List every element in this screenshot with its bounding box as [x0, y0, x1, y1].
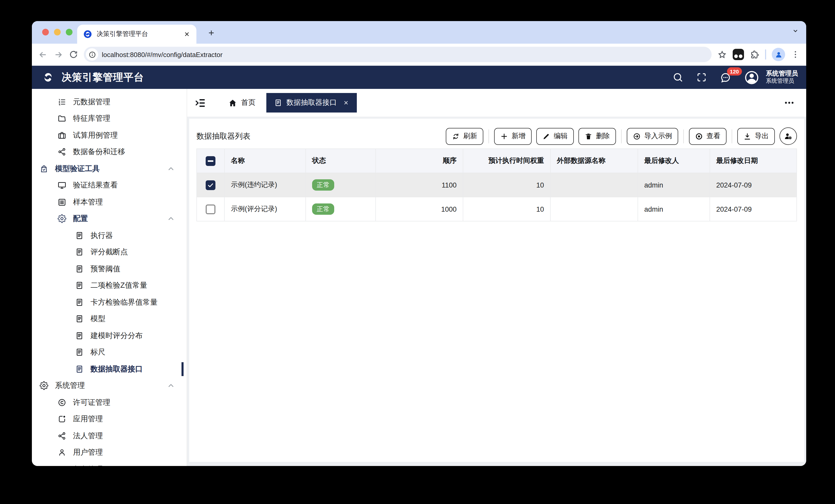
receipt-icon [75, 248, 84, 257]
zoom-window-button[interactable] [66, 29, 73, 36]
button-导入示例[interactable]: 导入示例 [627, 128, 678, 145]
table-row[interactable]: 示例(评分记录)正常100010admin2024-07-09 [197, 197, 797, 221]
tab-close-icon[interactable] [343, 100, 349, 106]
sidebar-item-建模时评分分布[interactable]: 建模时评分分布 [32, 327, 187, 344]
sidebar-item-数据备份和迁移[interactable]: 数据备份和迁移 [32, 144, 187, 160]
copyright-icon [58, 398, 66, 407]
new-tab-button[interactable] [205, 26, 218, 39]
search-icon[interactable] [672, 72, 683, 83]
column-settings-button[interactable] [779, 127, 797, 145]
sidebar-item-评分截断点[interactable]: 评分截断点 [32, 244, 187, 260]
receipt-icon [75, 348, 84, 357]
cell-external_source [550, 173, 638, 197]
select-all-checkbox[interactable] [206, 156, 216, 166]
sidebar-item-预警阈值[interactable]: 预警阈值 [32, 260, 187, 277]
messages-icon[interactable]: 120 [719, 72, 731, 83]
url-text: localhost:8080/#/mv/config/dataExtractor [102, 50, 223, 58]
toolbar-group-divider [732, 129, 732, 143]
toolbar-group-divider [621, 129, 622, 143]
receipt-icon [75, 315, 84, 323]
sidebar-item-法人管理[interactable]: 法人管理 [32, 427, 187, 444]
sidebar-item-模型验证工具[interactable]: 模型验证工具 [32, 160, 187, 177]
sidebar-item-label: 执行器 [90, 231, 113, 240]
sidebar-item-label: 角色管理 [73, 464, 103, 466]
sidebar-item-元数据管理[interactable]: 元数据管理 [32, 93, 187, 110]
browser-toolbar: localhost:8080/#/mv/config/dataExtractor [32, 44, 806, 66]
tab-data-extractor[interactable]: 数据抽取器接口 [266, 93, 357, 112]
sidebar-item-label: 用户管理 [73, 448, 103, 458]
table-row[interactable]: 示例(违约记录)正常110010admin2024-07-09 [197, 173, 797, 197]
toolbar-group-divider [488, 129, 489, 143]
sidebar-item-角色管理[interactable]: 角色管理 [32, 461, 187, 466]
tab-close-icon[interactable] [184, 31, 190, 38]
cell-order: 1100 [375, 173, 463, 197]
user-avatar-icon[interactable] [744, 70, 759, 85]
tab-search-chevron-icon[interactable] [792, 27, 799, 35]
button-导出[interactable]: 导出 [737, 128, 775, 145]
sidebar-item-许可证管理[interactable]: 许可证管理 [32, 394, 187, 411]
receipt-icon [75, 298, 84, 307]
sidebar-item-模型[interactable]: 模型 [32, 311, 187, 327]
sidebar-item-系统管理[interactable]: 系统管理 [32, 377, 187, 394]
receipt-icon [75, 281, 84, 290]
page-content: 数据抽取器列表 刷新新增编辑删除导入示例查看导出 名称状态顺序预计执行时间权重外… [187, 117, 806, 466]
close-window-button[interactable] [42, 29, 49, 36]
forward-icon[interactable] [54, 49, 63, 59]
sidebar-item-label: 评分截断点 [90, 247, 128, 257]
sidebar-item-用户管理[interactable]: 用户管理 [32, 444, 187, 461]
column-header-status: 状态 [306, 149, 375, 173]
reload-icon[interactable] [69, 50, 78, 59]
sidebar-item-label: 卡方检验临界值常量 [90, 297, 158, 307]
extensions-puzzle-icon[interactable] [750, 49, 759, 59]
button-label: 查看 [707, 131, 720, 141]
row-checkbox[interactable] [206, 204, 216, 214]
sidebar-item-验证结果查看[interactable]: 验证结果查看 [32, 177, 187, 194]
browser-menu-dots-icon[interactable] [791, 50, 800, 59]
cell-modified_date: 2024-07-09 [710, 173, 797, 197]
page-tab-bar: 首页 数据抽取器接口 [187, 89, 806, 117]
browser-tab[interactable]: 决策引擎管理平台 [77, 25, 197, 44]
sidebar-item-配置[interactable]: 配置 [32, 210, 187, 227]
button-查看[interactable]: 查看 [689, 128, 727, 145]
button-删除[interactable]: 删除 [578, 128, 616, 145]
bookmark-star-icon[interactable] [717, 49, 727, 59]
sidebar-item-label: 模型验证工具 [55, 164, 100, 174]
sidebar-item-二项检验Z值常量[interactable]: 二项检验Z值常量 [32, 277, 187, 294]
chevron-up-icon [167, 381, 175, 390]
sidebar-item-特征库管理[interactable]: 特征库管理 [32, 110, 187, 127]
sidebar-item-执行器[interactable]: 执行器 [32, 227, 187, 244]
tab-options-dots-icon[interactable] [783, 97, 799, 108]
sidebar-collapse-icon[interactable] [195, 97, 206, 109]
fullscreen-icon[interactable] [696, 72, 707, 83]
minimize-window-button[interactable] [54, 29, 61, 36]
row-checkbox[interactable] [206, 180, 216, 190]
site-info-icon[interactable] [86, 48, 98, 61]
tab-home[interactable]: 首页 [221, 93, 263, 112]
tab-active-label: 数据抽取器接口 [286, 98, 337, 107]
user-name: 系统管理员 [766, 70, 798, 78]
button-编辑[interactable]: 编辑 [536, 128, 574, 145]
sidebar-item-样本管理[interactable]: 样本管理 [32, 194, 187, 210]
button-新增[interactable]: 新增 [494, 128, 532, 145]
cell-name: 示例(评分记录) [224, 197, 306, 221]
user-info[interactable]: 系统管理员 系统管理员 [766, 70, 798, 85]
back-icon[interactable] [38, 49, 48, 59]
receipt-icon [274, 99, 282, 107]
browser-profile-avatar[interactable] [772, 48, 785, 61]
sidebar-item-label: 样本管理 [73, 197, 103, 207]
sidebar-item-应用管理[interactable]: 应用管理 [32, 411, 187, 427]
bag-check-icon [40, 164, 48, 173]
sidebar-item-数据抽取器接口[interactable]: 数据抽取器接口 [32, 361, 187, 377]
folder-icon [58, 114, 66, 123]
pinned-extension-icon[interactable] [733, 49, 744, 60]
sidebar-item-试算用例管理[interactable]: 试算用例管理 [32, 127, 187, 144]
sidebar-item-卡方检验临界值常量[interactable]: 卡方检验临界值常量 [32, 294, 187, 311]
list-title: 数据抽取器列表 [197, 131, 250, 141]
address-bar[interactable]: localhost:8080/#/mv/config/dataExtractor [84, 47, 712, 62]
briefcase-icon [58, 131, 66, 140]
list-box-icon [58, 198, 66, 207]
app-header: 决策引擎管理平台 120 系统管理员 系统管理员 [32, 66, 806, 89]
cell-weight: 10 [463, 197, 550, 221]
sidebar-item-标尺[interactable]: 标尺 [32, 344, 187, 361]
button-刷新[interactable]: 刷新 [446, 128, 483, 145]
